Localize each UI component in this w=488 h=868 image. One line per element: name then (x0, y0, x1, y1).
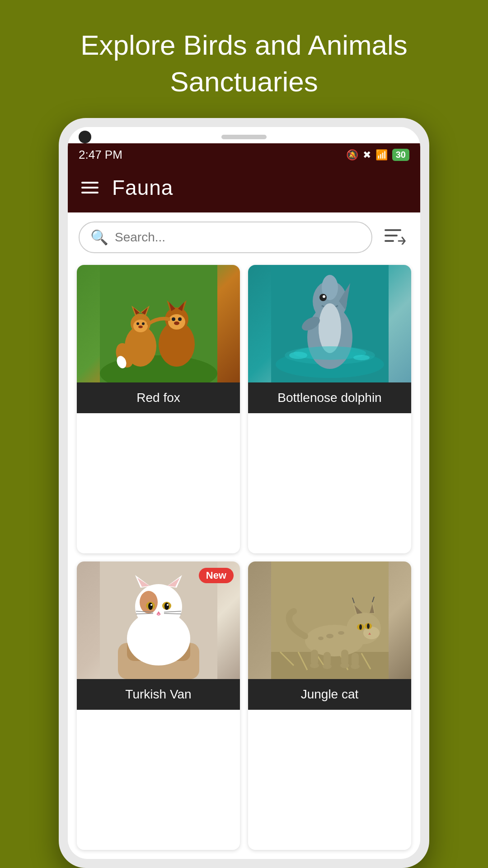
search-bar-container: 🔍 (68, 212, 420, 258)
svg-point-26 (178, 317, 182, 321)
svg-point-78 (323, 664, 332, 669)
svg-point-58 (167, 604, 169, 606)
svg-point-25 (172, 317, 175, 321)
camera (79, 131, 91, 143)
sort-filter-button[interactable] (380, 223, 409, 252)
search-icon: 🔍 (90, 229, 108, 246)
svg-point-91 (359, 624, 362, 630)
status-icons: 🔕 ✖ 📶 30 (346, 149, 409, 161)
dolphin-image (248, 265, 411, 382)
svg-point-95 (338, 631, 344, 635)
svg-line-61 (136, 613, 153, 614)
search-input-wrapper[interactable]: 🔍 (79, 222, 372, 253)
svg-point-55 (148, 603, 153, 610)
svg-point-56 (164, 603, 169, 610)
sim-icon: ✖ (363, 149, 371, 161)
mute-icon: 🔕 (346, 149, 358, 161)
status-bar: 2:47 PM 🔕 ✖ 📶 30 (68, 143, 420, 166)
red-fox-label: Red fox (77, 382, 240, 413)
search-input[interactable] (115, 230, 361, 245)
svg-line-63 (164, 613, 181, 614)
phone-inner: 2:47 PM 🔕 ✖ 📶 30 Fauna 🔍 (68, 127, 420, 859)
wifi-icon: 📶 (375, 149, 388, 161)
jungle-cat-label: Jungle cat (248, 679, 411, 710)
svg-point-40 (289, 352, 307, 359)
app-header: Fauna (68, 166, 420, 212)
svg-point-13 (136, 322, 139, 325)
svg-point-96 (318, 637, 324, 640)
svg-point-57 (150, 604, 152, 606)
new-badge: New (199, 568, 234, 583)
animal-card-red-fox[interactable]: Red fox (77, 265, 240, 553)
svg-point-27 (174, 321, 179, 325)
battery-badge: 30 (392, 149, 409, 161)
svg-point-15 (138, 326, 143, 328)
turkish-van-label: Turkish Van (77, 679, 240, 710)
svg-point-92 (367, 623, 370, 629)
svg-point-36 (319, 303, 341, 353)
dolphin-label: Bottlenose dolphin (248, 382, 411, 413)
hamburger-line-1 (81, 182, 99, 184)
svg-point-77 (310, 663, 319, 668)
jungle-cat-image (248, 561, 411, 679)
svg-point-79 (340, 663, 349, 668)
animal-card-turkish-van[interactable]: New (77, 561, 240, 850)
svg-point-41 (353, 355, 370, 360)
hamburger-line-3 (81, 192, 99, 193)
notch-area (68, 127, 420, 143)
page-title: Explore Birds and Animals Sanctuaries (0, 0, 488, 118)
app-name: Fauna (112, 175, 173, 200)
svg-point-14 (142, 322, 145, 325)
svg-point-64 (138, 616, 179, 647)
phone-frame: 2:47 PM 🔕 ✖ 📶 30 Fauna 🔍 (59, 118, 429, 868)
svg-point-94 (326, 634, 333, 638)
svg-point-82 (363, 627, 380, 639)
svg-point-35 (323, 295, 325, 298)
status-time: 2:47 PM (79, 148, 122, 162)
animal-card-jungle-cat[interactable]: Jungle cat (248, 561, 411, 850)
hamburger-line-2 (81, 187, 99, 189)
animal-grid: Red fox (68, 258, 420, 859)
speaker (221, 135, 267, 139)
animal-card-bottlenose-dolphin[interactable]: Bottlenose dolphin (248, 265, 411, 553)
svg-point-80 (351, 664, 360, 669)
hamburger-menu-button[interactable] (81, 182, 99, 193)
red-fox-image (77, 265, 240, 382)
